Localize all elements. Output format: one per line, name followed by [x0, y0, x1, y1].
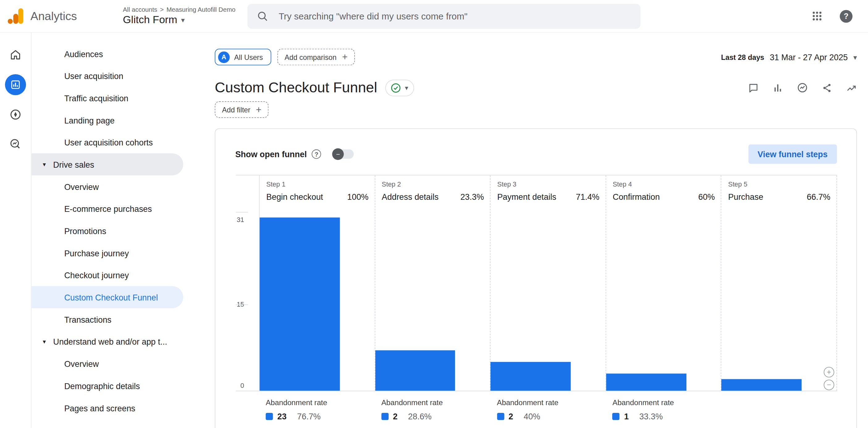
sidebar-item-transactions[interactable]: Transactions	[32, 308, 183, 330]
funnel-step-name: Address details	[382, 192, 439, 201]
home-nav-button[interactable]	[4, 44, 27, 66]
abandonment-values-row: 133.3%	[613, 411, 715, 421]
sidebar-item-traffic-acquisition[interactable]: Traffic acquisition	[32, 87, 183, 109]
funnel-bar[interactable]	[606, 373, 686, 391]
add-comparison-chip[interactable]: Add comparison +	[277, 49, 355, 65]
legend-swatch	[266, 413, 273, 420]
funnel-card-header: Show open funnel ? − View funnel steps	[215, 129, 856, 164]
sidebar-item-landing-page[interactable]: Landing page	[32, 109, 183, 131]
funnel-step-name-row: Confirmation60%	[613, 192, 715, 201]
insights-icon[interactable]	[797, 82, 808, 94]
sidebar-item-e-commerce-purchases[interactable]: E-commerce purchases	[32, 198, 183, 220]
abandonment-values-row: 2376.7%	[266, 411, 369, 421]
funnel-bar[interactable]	[721, 379, 802, 391]
abandonment-rate-value: 76.7%	[297, 411, 321, 421]
funnel-step-rate: 23.3%	[460, 192, 484, 201]
plus-icon: +	[256, 105, 261, 114]
explore-trend-icon[interactable]	[846, 82, 857, 93]
help-glyph: ?	[844, 12, 848, 21]
funnel-step-name-row: Purchase66.7%	[728, 192, 830, 201]
legend-swatch	[497, 413, 504, 420]
sidebar-item-overview[interactable]: Overview	[32, 353, 183, 375]
advertising-nav-button[interactable]	[4, 133, 27, 156]
sidebar-item-label: Checkout journey	[64, 270, 129, 279]
date-range-picker[interactable]: Last 28 days 31 Mar - 27 Apr 2025 ▾	[721, 52, 857, 61]
abandonment-cell: Abandonment rate133.3%	[606, 391, 721, 421]
open-funnel-toggle[interactable]: −	[333, 150, 354, 159]
report-main: A All Users Add comparison + Last 28 day…	[212, 33, 868, 428]
funnel-step-label: Step 1	[266, 180, 369, 188]
breadcrumb: All accounts > Measuring Autofill Demo	[123, 6, 236, 13]
sidebar-item-understand-web-and-or-app-t[interactable]: ▾Understand web and/or app t...	[32, 330, 183, 353]
sidebar-item-label: Pages and screens	[64, 403, 135, 413]
share-icon[interactable]	[822, 82, 833, 93]
search-input[interactable]	[279, 11, 632, 21]
funnel-table: 31150 Step 1Begin checkout100%Step 2Addr…	[236, 175, 837, 421]
search-icon	[256, 10, 269, 22]
reports-nav-button[interactable]	[4, 73, 27, 96]
sidebar-item-pages-and-screens[interactable]: Pages and screens	[32, 397, 183, 419]
sidebar-item-promotions[interactable]: Promotions	[32, 220, 183, 242]
sidebar-item-checkout-journey[interactable]: Checkout journey	[32, 264, 183, 286]
sidebar-item-overview[interactable]: Overview	[32, 175, 183, 198]
funnel-step-label: Step 3	[497, 180, 599, 188]
funnel-footer-row: Abandonment rate2376.7%Abandonment rate2…	[236, 391, 837, 421]
funnel-bar[interactable]	[375, 351, 455, 391]
funnel-step-label: Step 5	[728, 180, 830, 188]
toggle-knob: −	[332, 148, 344, 160]
page-title: Custom Checkout Funnel	[215, 79, 377, 96]
sidebar-item-drive-sales[interactable]: ▾Drive sales	[32, 153, 183, 175]
funnel-chart-cell	[721, 212, 836, 391]
view-funnel-steps-button[interactable]: View funnel steps	[748, 144, 837, 164]
apps-grid-icon[interactable]	[811, 10, 823, 22]
funnel-bar[interactable]	[491, 362, 571, 391]
funnel-bar[interactable]	[259, 218, 340, 391]
sidebar-item-user-acquisition[interactable]: User acquisition	[32, 65, 183, 87]
help-icon[interactable]: ?	[840, 9, 852, 22]
explore-nav-button[interactable]	[4, 103, 27, 126]
plus-icon: +	[342, 52, 347, 61]
zoom-in-glyph: +	[827, 369, 831, 376]
funnel-step-name-row: Address details23.3%	[382, 192, 484, 201]
sidebar-item-label: Audiences	[64, 49, 103, 58]
y-axis-spacer	[236, 391, 259, 421]
data-quality-badge[interactable]: ▾	[385, 79, 414, 96]
analytics-logo-icon	[8, 8, 24, 24]
check-circle-icon	[391, 82, 402, 93]
funnel-chart-cell	[606, 212, 721, 391]
bar-chart-icon[interactable]	[772, 82, 783, 93]
report-nav: AudiencesUser acquisitionTraffic acquisi…	[32, 33, 212, 428]
sidebar-item-demographic-details[interactable]: Demographic details	[32, 374, 183, 397]
zoom-out-button[interactable]: −	[824, 380, 834, 390]
add-filter-chip[interactable]: Add filter +	[215, 101, 269, 118]
sidebar-item-label: Promotions	[64, 226, 106, 235]
add-filter-label: Add filter	[222, 105, 250, 113]
add-comparison-label: Add comparison	[284, 53, 336, 61]
abandonment-count: 23	[277, 411, 287, 421]
analytics-home-link[interactable]: Analytics	[8, 8, 108, 24]
sidebar-item-user-acquisition-cohorts[interactable]: User acquisition cohorts	[32, 131, 183, 154]
funnel-step-rate: 71.4%	[576, 192, 599, 201]
abandonment-cell: Abandonment rate2376.7%	[259, 391, 375, 421]
account-property-switcher[interactable]: All accounts > Measuring Autofill Demo G…	[123, 6, 236, 26]
abandonment-rate-value: 40%	[524, 411, 540, 421]
viewport: Analytics All accounts > Measuring Autof…	[0, 0, 868, 428]
logo-dot	[8, 19, 13, 24]
topbar-actions: ?	[811, 9, 857, 22]
app-header: Analytics All accounts > Measuring Autof…	[0, 0, 868, 33]
note-icon[interactable]	[748, 82, 759, 93]
search-bar[interactable]	[248, 4, 641, 29]
help-tooltip-icon[interactable]: ?	[312, 150, 321, 159]
sidebar-item-custom-checkout-funnel[interactable]: Custom Checkout Funnel	[32, 286, 183, 308]
sidebar-item-audiences[interactable]: Audiences	[32, 43, 183, 65]
date-range-preset: Last 28 days	[721, 53, 764, 61]
comparison-avatar: A	[218, 51, 230, 63]
section-expand-caret-icon: ▾	[41, 338, 48, 345]
sidebar-item-purchase-journey[interactable]: Purchase journey	[32, 242, 183, 264]
zoom-controls: + −	[824, 367, 834, 390]
zoom-in-button[interactable]: +	[824, 367, 834, 377]
all-users-comparison-chip[interactable]: A All Users	[215, 49, 271, 65]
sidebar-item-label: User acquisition	[64, 71, 123, 80]
funnel-column-2: Step 2Address details23.3%	[375, 175, 490, 391]
breadcrumb-property-group: Measuring Autofill Demo	[166, 6, 236, 13]
